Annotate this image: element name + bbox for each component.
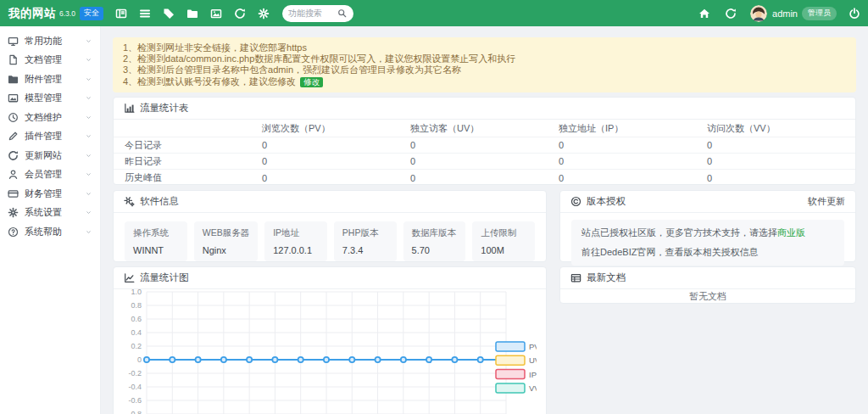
license-header: 版本授权 软件更新 [560, 191, 855, 213]
info-label: IP地址 [273, 227, 319, 239]
sidebar-item[interactable]: 常用功能 [0, 31, 100, 51]
info-label: WEB服务器 [203, 227, 249, 239]
column-header: 独立地址（IP） [559, 120, 707, 137]
info-box: 数据库版本5.70 [403, 221, 466, 261]
chevron-down-icon [85, 114, 92, 121]
table-row: 历史峰值0000 [114, 170, 855, 185]
table-icon [570, 272, 581, 283]
chevron-down-icon [85, 228, 92, 236]
topbar: 我的网站 6.3.0 安全 admin 管理员 [0, 0, 868, 26]
software-update-link[interactable]: 软件更新 [808, 195, 845, 208]
table-cell: 0 [559, 137, 707, 154]
info-box: 操作系统WINNT [125, 221, 187, 261]
sidebar-item[interactable]: 文档维护 [0, 108, 100, 127]
commercial-version-link[interactable]: 商业版 [777, 227, 805, 238]
gear-icon[interactable] [258, 7, 270, 20]
image-icon[interactable] [210, 7, 223, 20]
chevron-down-icon [85, 171, 92, 178]
search-icon[interactable] [337, 8, 347, 18]
license-info-box: 站点已授权社区版，更多官方技术支持，请选择商业版 前往DedeBIZ官网，查看版… [571, 220, 844, 266]
images-icon [8, 92, 19, 104]
username[interactable]: admin [772, 8, 798, 19]
sidebar-item-label: 常用功能 [25, 35, 85, 48]
info-value: 100M [481, 245, 526, 255]
traffic-table-title: 流量统计表 [140, 102, 189, 115]
sidebar-item[interactable]: 模型管理 [0, 89, 100, 109]
avatar[interactable] [750, 5, 767, 22]
info-label: 操作系统 [133, 227, 179, 239]
traffic-chart: 1.00.80.60.40.20-0.2-0.4-0.6-0.8-1.0PVUV… [125, 289, 537, 414]
security-badge[interactable]: 安全 [80, 7, 103, 20]
search-box[interactable] [282, 5, 353, 22]
gears-icon [124, 196, 135, 207]
bar-chart-icon [124, 103, 135, 114]
brand-version: 6.3.0 [59, 9, 75, 18]
info-label: PHP版本 [342, 227, 388, 239]
alert-line: 1、检测到网址非安全链接，建议您部署https [123, 42, 846, 53]
sync-icon[interactable] [724, 7, 737, 20]
software-info-header: 软件信息 [114, 191, 546, 213]
refresh-icon[interactable] [234, 7, 247, 20]
chevron-down-icon [85, 37, 92, 45]
home-icon[interactable] [698, 7, 710, 20]
sidebar-item[interactable]: 会员管理 [0, 165, 100, 185]
brand-title: 我的网站 [8, 6, 56, 21]
fix-button[interactable]: 修改 [300, 77, 323, 87]
svg-text:0.8: 0.8 [131, 301, 142, 310]
line-chart-icon [124, 272, 135, 283]
row-label: 历史峰值 [114, 170, 262, 185]
info-value: WINNT [133, 245, 179, 255]
credit-card-icon [8, 188, 19, 199]
search-input[interactable] [288, 8, 337, 18]
sidebar-toggle-icon[interactable] [115, 7, 128, 20]
chevron-down-icon [85, 209, 92, 216]
main-content: 1、检测到网址非安全链接，建议您部署https2、检测到data/common.… [101, 26, 868, 414]
sidebar-item[interactable]: 系统帮助 [0, 222, 100, 242]
svg-text:0.6: 0.6 [131, 315, 142, 323]
svg-text:VV: VV [529, 383, 537, 393]
table-cell: 0 [707, 137, 855, 154]
info-value: 5.70 [412, 245, 458, 255]
sidebar-item[interactable]: 更新网站 [0, 146, 100, 165]
list-icon[interactable] [139, 7, 152, 20]
latest-docs-card: 最新文档 暂无文档 [559, 266, 856, 304]
table-cell: 0 [262, 154, 410, 170]
sidebar-item[interactable]: 插件管理 [0, 127, 100, 147]
column-header: 浏览次数（PV） [262, 120, 410, 137]
sidebar-item[interactable]: 附件管理 [0, 70, 100, 89]
chevron-down-icon [85, 76, 92, 83]
chevron-down-icon [85, 190, 92, 198]
svg-text:1.0: 1.0 [131, 289, 142, 296]
info-label: 数据库版本 [412, 227, 458, 239]
sidebar-item-label: 财务管理 [25, 187, 85, 200]
folder-icon[interactable] [186, 7, 199, 20]
sidebar-item-label: 插件管理 [25, 130, 85, 143]
power-icon[interactable] [848, 7, 860, 20]
gear-icon [8, 207, 19, 218]
desktop-icon [8, 36, 19, 47]
chevron-down-icon [85, 132, 92, 140]
tag-icon[interactable] [163, 7, 175, 20]
license-line-1: 站点已授权社区版，更多官方技术支持，请选择商业版 [581, 227, 834, 239]
table-cell: 0 [559, 170, 707, 185]
info-value: 127.0.0.1 [273, 245, 319, 255]
question-icon [8, 227, 19, 238]
svg-text:0.2: 0.2 [131, 342, 142, 350]
sidebar-item[interactable]: 系统设置 [0, 204, 100, 223]
svg-text:IP: IP [529, 369, 537, 378]
topbar-right: admin 管理员 [698, 5, 860, 22]
svg-text:-0.2: -0.2 [128, 369, 142, 378]
traffic-chart-title: 流量统计图 [140, 271, 189, 284]
sidebar-item-label: 模型管理 [25, 92, 85, 104]
row-label: 今日记录 [114, 137, 262, 154]
sidebar-item[interactable]: 文档管理 [0, 51, 100, 70]
folder-icon [8, 74, 19, 85]
clock-icon [8, 112, 19, 123]
latest-docs-title: 最新文档 [587, 271, 626, 284]
info-box: IP地址127.0.0.1 [264, 221, 327, 261]
sidebar-item[interactable]: 财务管理 [0, 184, 100, 204]
svg-text:0: 0 [137, 355, 142, 364]
license-title: 版本授权 [587, 195, 626, 208]
copyright-icon [570, 196, 581, 207]
license-line-2: 前往DedeBIZ官网，查看版本相关授权信息 [581, 246, 834, 259]
